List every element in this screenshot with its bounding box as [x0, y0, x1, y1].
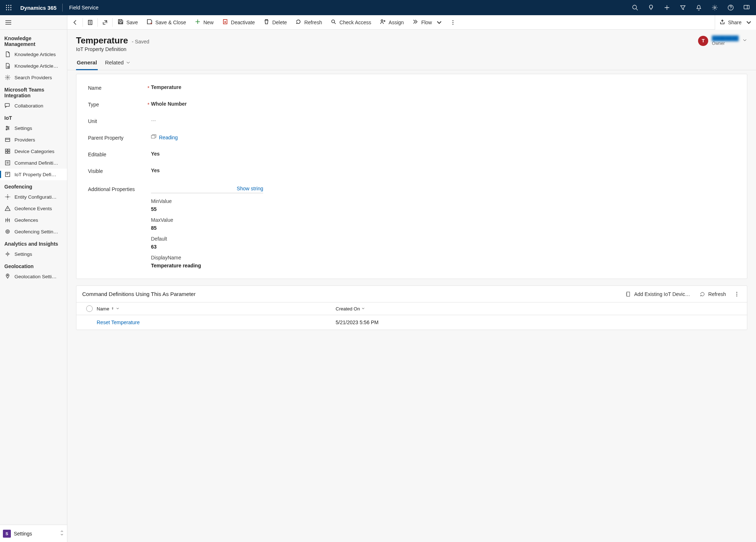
nav-iot-settings[interactable]: Settings	[0, 122, 67, 134]
field-value-type[interactable]: Whole Number	[151, 101, 187, 107]
field-value-unit[interactable]: ---	[151, 118, 156, 123]
share-button[interactable]: Share	[719, 15, 752, 30]
nav-group-knowledge: Knowledge Management	[0, 32, 67, 48]
fence-icon	[4, 217, 11, 223]
save-close-icon	[147, 19, 152, 26]
subgrid-overflow-button[interactable]	[732, 291, 741, 297]
new-button[interactable]: New	[190, 15, 218, 30]
collapse-nav-icon[interactable]	[4, 18, 13, 27]
add-icon[interactable]	[660, 0, 673, 15]
nav-geofence-events[interactable]: Geofence Events	[0, 203, 67, 214]
nav-device-categories[interactable]: Device Categories	[0, 145, 67, 157]
field-value-visible[interactable]: Yes	[151, 168, 160, 173]
nav-label: Command Definiti…	[14, 160, 58, 166]
nav-scroll[interactable]: Knowledge Management Knowledge Articles …	[0, 30, 67, 542]
target-icon	[4, 228, 11, 235]
subfield-val-default[interactable]: 63	[151, 244, 735, 250]
nav-knowledge-articles[interactable]: Knowledge Articles	[0, 48, 67, 60]
tab-related[interactable]: Related	[104, 57, 131, 70]
owner-control[interactable]: T ████████ Owner	[698, 35, 747, 46]
owner-avatar: T	[698, 36, 708, 46]
cmd-label: Save	[126, 20, 138, 25]
app-launcher-icon[interactable]	[3, 2, 14, 13]
gear-icon[interactable]	[708, 0, 721, 15]
column-header-created[interactable]: Created On	[336, 306, 741, 312]
warning-icon	[4, 205, 11, 212]
record-type: IoT Property Definition	[76, 46, 691, 52]
help-icon[interactable]	[724, 0, 737, 15]
nav-label: Knowledge Article…	[14, 63, 58, 69]
nav-knowledge-article-templates[interactable]: Knowledge Article…	[0, 60, 67, 72]
subfield-val-displayname[interactable]: Temperature reading	[151, 263, 735, 268]
nav-entity-configurations[interactable]: Entity Configurati…	[0, 191, 67, 203]
save-button[interactable]: Save	[113, 15, 142, 30]
nav-group-geolocation: Geolocation	[0, 260, 67, 271]
nav-search-providers[interactable]: Search Providers	[0, 72, 67, 83]
form-content[interactable]: Name * Temperature Type * Whole Number U…	[67, 70, 756, 542]
nav-geolocation-settings[interactable]: Geolocation Setti…	[0, 271, 67, 282]
lightbulb-icon[interactable]	[644, 0, 658, 15]
select-all-checkbox[interactable]	[86, 305, 93, 312]
svg-rect-40	[151, 135, 155, 138]
nav-label: Search Providers	[14, 75, 52, 80]
svg-point-12	[730, 9, 731, 9]
trash-icon	[264, 19, 269, 26]
subfield-val-maxvalue[interactable]: 85	[151, 225, 735, 231]
svg-point-7	[8, 9, 9, 10]
delete-button[interactable]: Delete	[259, 15, 291, 30]
field-label-parent: Parent Property	[88, 134, 146, 141]
assistant-pane-icon[interactable]	[740, 0, 753, 15]
flow-button[interactable]: Flow	[408, 15, 446, 30]
access-icon	[331, 19, 336, 26]
gear-icon	[4, 251, 11, 257]
tab-general[interactable]: General	[76, 57, 98, 70]
subgrid-title: Command Definitions Using This As Parame…	[82, 291, 619, 297]
field-value-name[interactable]: Temperature	[151, 84, 181, 90]
nav-label: Knowledge Articles	[14, 52, 56, 57]
nav-analytics-settings[interactable]: Settings	[0, 248, 67, 260]
add-existing-button[interactable]: Add Existing IoT Devic…	[622, 291, 693, 297]
svg-point-29	[7, 231, 8, 232]
open-new-window-button[interactable]	[98, 15, 112, 30]
nav-iot-property-definitions[interactable]: IoT Property Defi…	[0, 169, 67, 180]
cmd-label: Check Access	[339, 20, 371, 25]
area-switcher[interactable]: S Settings	[0, 525, 67, 542]
nav-collaboration[interactable]: Collaboration	[0, 100, 67, 111]
row-created-on: 5/21/2023 5:56 PM	[336, 319, 378, 325]
check-access-button[interactable]: Check Access	[326, 15, 375, 30]
field-value-parent[interactable]: Reading	[151, 134, 178, 141]
svg-point-36	[381, 20, 383, 22]
svg-rect-24	[8, 152, 10, 153]
search-icon[interactable]	[629, 0, 642, 15]
app-area-label[interactable]: Field Service	[66, 5, 102, 10]
filter-icon[interactable]	[676, 0, 689, 15]
main-area: Save Save & Close New Deactivate Delete …	[67, 15, 756, 542]
share-icon	[719, 19, 725, 26]
overflow-button[interactable]	[446, 15, 459, 30]
brand-label[interactable]: Dynamics 365	[17, 5, 59, 11]
svg-rect-23	[5, 152, 7, 153]
subgrid-refresh-button[interactable]: Refresh	[697, 291, 729, 297]
assign-icon	[380, 19, 386, 26]
column-header-name[interactable]: Name	[97, 306, 336, 312]
nav-iot-providers[interactable]: Providers	[0, 134, 67, 145]
back-button[interactable]	[69, 15, 82, 30]
row-name-link[interactable]: Reset Temperature	[97, 319, 140, 325]
show-string-toggle[interactable]: Show string	[237, 186, 263, 191]
cmd-label: Refresh	[304, 20, 322, 25]
nav-geofencing-settings[interactable]: Geofencing Settin…	[0, 226, 67, 237]
nav-label: Geofence Events	[14, 206, 52, 211]
grid-icon	[4, 148, 11, 154]
nav-geofences[interactable]: Geofences	[0, 214, 67, 226]
subfield-val-minvalue[interactable]: 55	[151, 206, 735, 212]
record-set-button[interactable]	[84, 15, 97, 30]
refresh-button[interactable]: Refresh	[291, 15, 326, 30]
svg-rect-16	[5, 103, 9, 106]
bell-icon[interactable]	[692, 0, 705, 15]
assign-button[interactable]: Assign	[375, 15, 408, 30]
save-close-button[interactable]: Save & Close	[142, 15, 190, 30]
nav-command-definitions[interactable]: Command Definiti…	[0, 157, 67, 169]
field-value-editable[interactable]: Yes	[151, 151, 160, 157]
deactivate-button[interactable]: Deactivate	[218, 15, 259, 30]
table-row[interactable]: Reset Temperature 5/21/2023 5:56 PM	[76, 315, 747, 330]
